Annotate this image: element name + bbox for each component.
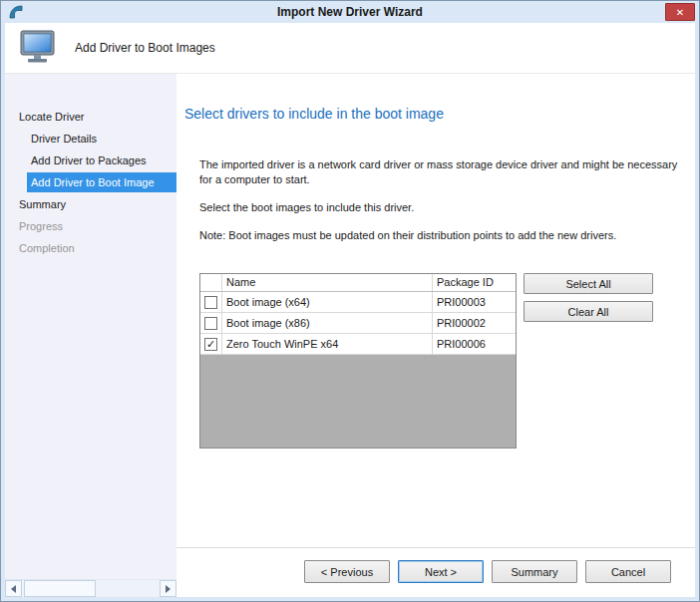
wizard-steps-list: Locate Driver Driver Details Add Driver … [5,74,176,579]
wizard-steps-sidebar: Locate Driver Driver Details Add Driver … [5,74,176,597]
checkbox-boot-image-x86[interactable] [204,317,217,330]
scrollbar-track[interactable] [22,580,160,597]
triangle-left-icon [11,585,16,593]
table-empty-area [200,355,516,448]
cell-package-id: PRI00006 [433,334,516,354]
cancel-button[interactable]: Cancel [585,560,671,583]
sidebar-item-progress: Progress [5,215,176,237]
summary-button[interactable]: Summary [492,560,577,583]
column-header-checkbox [200,274,222,291]
wizard-app-icon [8,4,24,20]
cell-name: Boot image (x64) [222,292,433,312]
table-header-row: Name Package ID [200,274,516,292]
instruction-text: Select the boot images to include this d… [199,200,679,215]
column-header-package-id[interactable]: Package ID [433,274,516,291]
scroll-left-button[interactable] [5,580,22,597]
sidebar-item-driver-details[interactable]: Driver Details [5,128,176,150]
previous-button[interactable]: < Previous [304,560,390,583]
page-body: The imported driver is a network card dr… [199,157,679,449]
checkbox-cell [200,292,222,312]
close-button[interactable]: ✕ [665,3,695,21]
horizontal-scrollbar[interactable] [5,579,176,597]
cell-package-id: PRI00003 [433,292,516,312]
cell-name: Boot image (x86) [222,313,433,333]
next-button[interactable]: Next > [398,560,484,583]
description-text: The imported driver is a network card dr… [199,157,679,187]
sidebar-item-completion: Completion [5,237,176,259]
close-icon: ✕ [676,7,684,18]
triangle-right-icon [166,585,171,593]
scrollbar-thumb[interactable] [24,580,96,597]
sidebar-item-add-driver-to-boot-image[interactable]: Add Driver to Boot Image [27,172,176,192]
table-row-boot-image-x64[interactable]: Boot image (x64) PRI00003 [200,292,516,313]
cell-package-id: PRI00002 [433,313,516,333]
column-header-name[interactable]: Name [222,274,433,291]
wizard-body: Locate Driver Driver Details Add Driver … [5,74,695,597]
sidebar-item-add-driver-to-packages[interactable]: Add Driver to Packages [5,150,176,171]
select-all-button[interactable]: Select All [524,273,653,294]
page-title: Select drivers to include in the boot im… [184,106,679,122]
checkbox-zero-touch-winpe-x64[interactable]: ✓ [204,338,217,351]
table-row-boot-image-x86[interactable]: Boot image (x86) PRI00002 [200,313,516,334]
checkbox-cell: ✓ [200,334,222,354]
sidebar-item-summary[interactable]: Summary [5,193,176,215]
checkbox-cell [200,313,222,333]
wizard-main-pane: Select drivers to include in the boot im… [176,74,695,597]
scroll-right-button[interactable] [160,580,176,597]
boot-image-selection-area: Name Package ID Boot image (x64) PRI0000… [199,273,679,449]
cell-name: Zero Touch WinPE x64 [222,334,433,354]
window-title: Import New Driver Wizard [277,5,423,19]
note-text: Note: Boot images must be updated on the… [199,228,679,243]
import-new-driver-wizard-window: Import New Driver Wizard ✕ Add Driver to… [0,0,700,602]
wizard-footer: < Previous Next > Summary Cancel [176,547,695,597]
table-side-buttons: Select All Clear All [524,273,653,329]
sidebar-item-locate-driver[interactable]: Locate Driver [5,106,176,128]
table-row-zero-touch-winpe-x64[interactable]: ✓ Zero Touch WinPE x64 PRI00006 [200,334,516,355]
page-content: Select drivers to include in the boot im… [176,74,695,547]
clear-all-button[interactable]: Clear All [524,301,653,322]
checkbox-boot-image-x64[interactable] [204,296,217,309]
boot-images-table[interactable]: Name Package ID Boot image (x64) PRI0000… [199,273,517,449]
page-header-title: Add Driver to Boot Images [75,41,215,55]
titlebar: Import New Driver Wizard ✕ [5,1,695,23]
computer-icon [17,29,59,67]
wizard-page-header: Add Driver to Boot Images [5,23,695,74]
